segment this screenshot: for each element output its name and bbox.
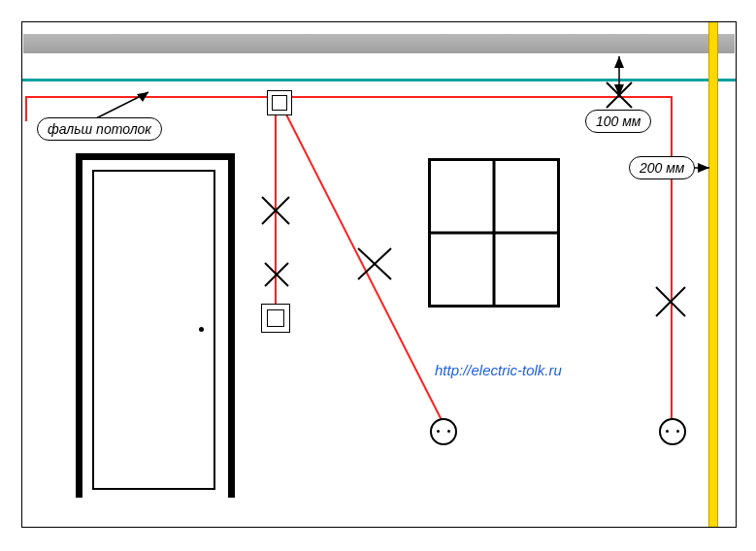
ceiling-slab (23, 34, 735, 53)
socket-center (430, 418, 457, 445)
dim-100-label: 100 мм (585, 110, 651, 133)
cross-mark (265, 263, 288, 286)
diagram-frame: фальш потолок 100 мм 200 мм http://elect… (21, 21, 737, 528)
arrowhead-icon (614, 56, 624, 68)
svg-line-3 (358, 248, 391, 279)
dim-200-label: 200 мм (629, 156, 695, 179)
false-ceiling-line (22, 79, 736, 81)
wire-right-drop (671, 96, 673, 422)
wire-horizontal-main (25, 96, 671, 98)
wire-jbox-to-switch (275, 114, 277, 308)
false-ceiling-label: фальш потолок (37, 117, 162, 141)
arrowhead-icon (614, 84, 624, 96)
svg-line-8 (265, 263, 288, 286)
svg-line-9 (265, 263, 288, 286)
svg-line-2 (358, 248, 391, 279)
socket-right (659, 418, 686, 445)
window (428, 158, 560, 308)
cross-mark (607, 82, 632, 108)
svg-line-6 (607, 82, 632, 108)
wire-diagonal (286, 114, 442, 420)
door-panel (92, 170, 215, 490)
vertical-pipe (708, 22, 718, 527)
junction-box (267, 90, 292, 115)
door-handle-icon (199, 327, 204, 332)
url-text: http://electric-tolk.ru (435, 362, 562, 378)
svg-line-7 (607, 82, 632, 108)
cross-mark (358, 248, 391, 279)
wire-left-drop (25, 96, 27, 121)
wall-switch (261, 304, 290, 333)
